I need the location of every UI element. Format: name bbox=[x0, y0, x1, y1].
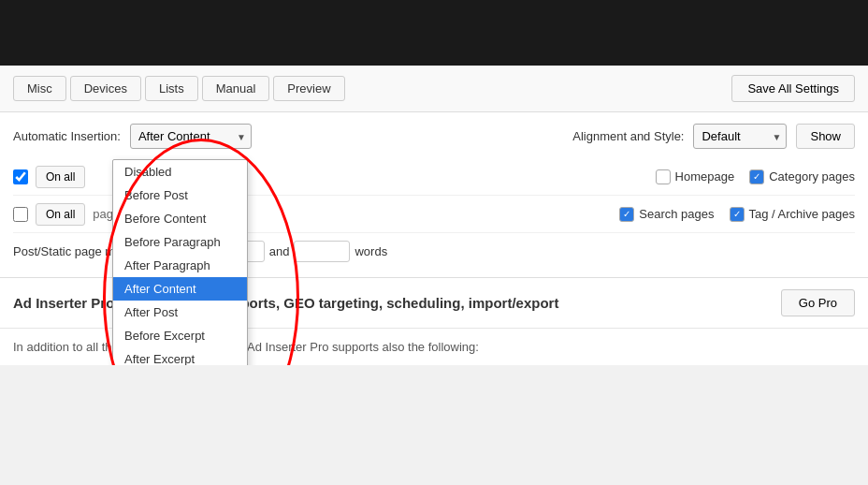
row1-homepage-label: Homepage bbox=[675, 169, 735, 184]
toolbar: Misc Devices Lists Manual Preview Save A… bbox=[0, 66, 868, 112]
top-bar bbox=[0, 0, 868, 66]
row2-search-label: Search pages bbox=[639, 207, 714, 221]
row2-checkbox[interactable] bbox=[13, 207, 28, 222]
save-all-button[interactable]: Save All Settings bbox=[731, 75, 855, 102]
dropdown-option-disabled[interactable]: Disabled bbox=[113, 160, 247, 184]
row1-checkbox[interactable] bbox=[13, 169, 28, 184]
row2-search-checkmark: ✓ bbox=[623, 210, 630, 219]
row2-tag-archive-checkbox[interactable]: ✓ bbox=[730, 207, 745, 222]
row1-category-checkmark: ✓ bbox=[753, 172, 760, 182]
tab-preview[interactable]: Preview bbox=[273, 76, 344, 101]
dropdown-option-before-paragraph[interactable]: Before Paragraph bbox=[113, 230, 247, 254]
dropdown-option-after-paragraph[interactable]: After Paragraph bbox=[113, 254, 247, 277]
automatic-insertion-label: Automatic Insertion: bbox=[13, 129, 121, 143]
row2-search-checkbox[interactable]: ✓ bbox=[619, 207, 634, 222]
row1-category-checkbox[interactable]: ✓ bbox=[749, 169, 764, 184]
row2-tag-archive-item: ✓ Tag / Archive pages bbox=[730, 207, 855, 222]
row1-category-label: Category pages bbox=[769, 169, 855, 184]
show-button[interactable]: Show bbox=[796, 124, 855, 149]
row1-homepage-checkbox[interactable] bbox=[656, 169, 671, 184]
insertion-select[interactable]: After Content bbox=[130, 124, 252, 149]
tab-devices[interactable]: Devices bbox=[70, 76, 141, 101]
tab-lists[interactable]: Lists bbox=[145, 76, 198, 101]
row2-page-checkboxes: ✓ Search pages ✓ Tag / Archive pages bbox=[619, 207, 855, 222]
dropdown-option-before-content[interactable]: Before Content bbox=[113, 207, 247, 230]
row1-homepage-item: Homepage bbox=[656, 169, 735, 184]
insertion-row-header: Automatic Insertion: After Content ▼ Ali… bbox=[13, 124, 855, 149]
dropdown-option-before-excerpt[interactable]: Before Excerpt bbox=[113, 324, 247, 347]
row2-tag-archive-label: Tag / Archive pages bbox=[749, 207, 855, 221]
row2-on-all-button[interactable]: On all bbox=[36, 203, 85, 226]
alignment-label: Alignment and Style: bbox=[572, 129, 684, 143]
row2-tag-archive-checkmark: ✓ bbox=[733, 210, 741, 219]
alignment-select-wrapper: Default ▼ bbox=[693, 124, 787, 149]
promo-text: Ad Inserter Pro - 64 blocks, 6 viewports… bbox=[13, 295, 558, 311]
words-after-text: words bbox=[354, 244, 387, 258]
tab-manual[interactable]: Manual bbox=[202, 76, 270, 101]
dropdown-option-after-content[interactable]: After Content bbox=[113, 277, 247, 301]
dropdown-option-after-post[interactable]: After Post bbox=[113, 301, 247, 324]
insertion-dropdown-open: Disabled Before Post Before Content Befo… bbox=[112, 159, 248, 365]
row1-page-checkboxes: Homepage ✓ Category pages bbox=[656, 169, 855, 184]
dropdown-option-before-post[interactable]: Before Post bbox=[113, 184, 247, 207]
tab-misc[interactable]: Misc bbox=[13, 76, 66, 101]
row1-on-all-button[interactable]: On all bbox=[36, 166, 85, 188]
words-and-text: and bbox=[269, 244, 290, 258]
insertion-select-wrapper: After Content ▼ bbox=[130, 124, 252, 149]
alignment-select[interactable]: Default bbox=[693, 124, 787, 149]
row1-category-item: ✓ Category pages bbox=[749, 169, 855, 184]
dropdown-option-after-excerpt[interactable]: After Excerpt bbox=[113, 347, 247, 365]
words-input-2[interactable] bbox=[294, 241, 350, 262]
go-pro-button[interactable]: Go Pro bbox=[781, 289, 855, 316]
row2-search-item: ✓ Search pages bbox=[619, 207, 714, 222]
main-settings-area: Automatic Insertion: After Content ▼ Ali… bbox=[0, 112, 868, 278]
